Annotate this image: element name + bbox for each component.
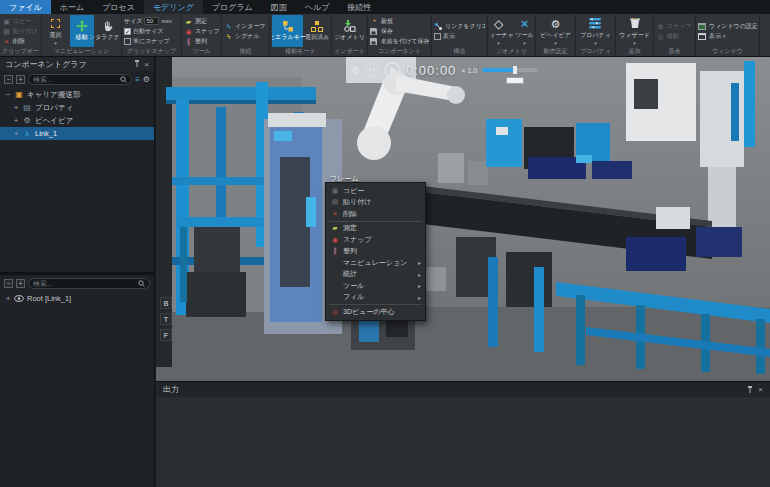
tree-item-behavior[interactable]: + ⚙ ビヘイビア (0, 114, 154, 127)
wizard-button[interactable]: ウィザード▾ (618, 15, 651, 47)
interface-button[interactable]: ϟインターフェイス (224, 22, 267, 31)
group-label-gridsnap: グリッドスナップ (124, 47, 179, 56)
tree-expand-icon[interactable]: − (5, 90, 11, 99)
window-show-button[interactable]: 表示▾ (698, 32, 757, 41)
selected-button[interactable]: 選択済み (305, 15, 329, 47)
link-node-icon: λ (22, 129, 32, 139)
grid-size-input[interactable] (144, 17, 159, 25)
window-settings-button[interactable]: ウィンドウの設定 (698, 22, 757, 31)
ctx-tools[interactable]: ツール▸ (326, 280, 425, 292)
tree-item-link1[interactable]: + λ Link_1 (0, 127, 154, 140)
tab-file[interactable]: ファイル (0, 0, 51, 14)
tree-item-properties[interactable]: + ▤ プロパティ (0, 101, 154, 114)
ctx-center-3d-view[interactable]: ◎3Dビューの中心 (326, 306, 425, 318)
create-link-icon (434, 22, 443, 31)
checkbox-checked-icon: ✓ (124, 28, 131, 35)
output-content (156, 397, 770, 487)
component-icon: ▣ (14, 90, 24, 100)
speed-slider[interactable] (482, 68, 538, 72)
slider-handle[interactable] (513, 66, 517, 74)
ctx-snap[interactable]: ◉スナップ (326, 234, 425, 246)
tree-expand-icon[interactable]: + (13, 129, 19, 138)
save-as-button[interactable]: 名前を付けて保存 (370, 37, 429, 46)
always-snap-checkbox[interactable]: 常にスナップ (124, 37, 179, 46)
signal-button[interactable]: ϟシグナル (224, 32, 267, 41)
paste-button[interactable]: ▤貼り付け (2, 27, 39, 36)
collapse-all-button[interactable]: − (4, 279, 13, 288)
close-icon[interactable]: × (144, 60, 149, 69)
group-label-properties: プロパティ (578, 47, 613, 56)
tree-expand-icon[interactable]: + (5, 294, 11, 303)
origin-move-icon: ◎ (656, 32, 665, 41)
skip-to-start-button[interactable] (365, 63, 379, 77)
group-label-geometry: ジオメトリ (490, 47, 533, 56)
tree-item-root-link1[interactable]: + Root [Link_1] (0, 292, 154, 305)
pin-icon[interactable] (747, 386, 753, 394)
feature-button[interactable]: ◇ フィーチャ▾ (490, 15, 511, 47)
ribbon-group-origin: ⊕スナップ ◎移動 原点 (654, 14, 696, 56)
center-view-icon: ◎ (330, 308, 340, 316)
close-icon[interactable]: × (758, 385, 763, 394)
move-button[interactable]: 移動 (70, 15, 94, 47)
collapse-all-button[interactable]: − (4, 75, 13, 84)
3d-viewport[interactable]: ⚙ 0:00:00 × 1.0 フレーム B T F ▣コピー ▤貼り付け ×削… (156, 57, 770, 381)
ctx-measure[interactable]: ▰測定 (326, 223, 425, 235)
expand-all-button[interactable]: + (16, 75, 25, 84)
ctx-fill[interactable]: フィル▸ (326, 292, 425, 304)
properties-button[interactable]: プロパティ▾ (578, 15, 613, 47)
ctx-copy[interactable]: ▣コピー (326, 185, 425, 197)
sort-filter-icon[interactable]: ≡ (135, 75, 140, 84)
group-label-manipulation: マニピュレーション (44, 47, 119, 56)
create-link-button[interactable]: リンクをクリエイト (434, 22, 485, 31)
geometry-tool-button[interactable]: × ツール▾ (513, 15, 534, 47)
copy-button[interactable]: ▣コピー (2, 17, 39, 26)
tab-home[interactable]: ホーム (51, 0, 93, 14)
tab-connectivity[interactable]: 接続性 (338, 0, 380, 14)
tree-settings-gear-icon[interactable]: ⚙ (143, 75, 150, 84)
expand-all-button[interactable]: + (16, 279, 25, 288)
hierarchy-button[interactable]: ヒエラルキー (272, 15, 303, 47)
import-geometry-button[interactable]: ジオメトリ (334, 15, 365, 47)
origin-snap-icon: ⊕ (656, 22, 665, 31)
link-search-input[interactable] (33, 280, 136, 287)
save-button[interactable]: 保存 (370, 27, 429, 36)
output-panel: 出力 × (156, 381, 770, 487)
ctx-statistics[interactable]: 統計▸ (326, 269, 425, 281)
ctx-manipulation[interactable]: マニピュレーション▸ (326, 257, 425, 269)
tab-help[interactable]: ヘルプ (296, 0, 339, 14)
component-search-input[interactable] (33, 76, 118, 83)
play-button[interactable] (384, 62, 401, 79)
tree-item-carrier[interactable]: − ▣ キャリア搬送部 (0, 88, 154, 101)
ctx-delete[interactable]: ×削除 (326, 208, 425, 220)
snap-button[interactable]: ◉スナップ (184, 27, 219, 36)
new-button[interactable]: ＊新規 (370, 17, 429, 26)
ruler-icon: ▰ (184, 17, 193, 26)
ribbon-group-component: ＊新規 保存 名前を付けて保存 コンポーネント (368, 14, 432, 56)
auto-size-checkbox[interactable]: ✓自動サイズ (124, 27, 179, 36)
tab-process[interactable]: プロセス (93, 0, 144, 14)
move-icon (76, 20, 88, 32)
tab-modeling[interactable]: モデリング (144, 0, 203, 14)
tree-expand-icon[interactable]: + (13, 103, 19, 112)
behavior-button[interactable]: ⚙ ビヘイビア▾ (538, 15, 573, 47)
ctx-paste[interactable]: ▤貼り付け (326, 197, 425, 209)
pin-icon[interactable] (134, 60, 140, 68)
tab-drawing[interactable]: 図面 (262, 0, 296, 14)
ribbon-group-connect: ϟインターフェイス ϟシグナル 接続 (222, 14, 270, 56)
window-settings-icon (698, 23, 707, 30)
simulation-speed: × 1.0 (461, 67, 477, 74)
eye-icon[interactable] (14, 295, 24, 302)
simulation-settings-gear-icon[interactable]: ⚙ (351, 65, 360, 76)
align-button[interactable]: ∥整列 (184, 37, 219, 46)
ctx-align[interactable]: ∥整列 (326, 246, 425, 258)
interactive-button[interactable]: インタラクティブ (96, 15, 120, 47)
measure-button[interactable]: ▰測定 (184, 17, 219, 26)
copy-icon: ▣ (330, 187, 340, 195)
select-button[interactable]: 選択▾ (44, 15, 68, 47)
delete-button[interactable]: ×削除 (2, 37, 39, 46)
origin-snap-button[interactable]: ⊕スナップ (656, 22, 693, 31)
structure-show-checkbox[interactable]: 表示 (434, 32, 485, 41)
origin-move-button[interactable]: ◎移動 (656, 32, 693, 41)
tab-program[interactable]: プログラム (203, 0, 262, 14)
tree-expand-icon[interactable]: + (13, 116, 19, 125)
